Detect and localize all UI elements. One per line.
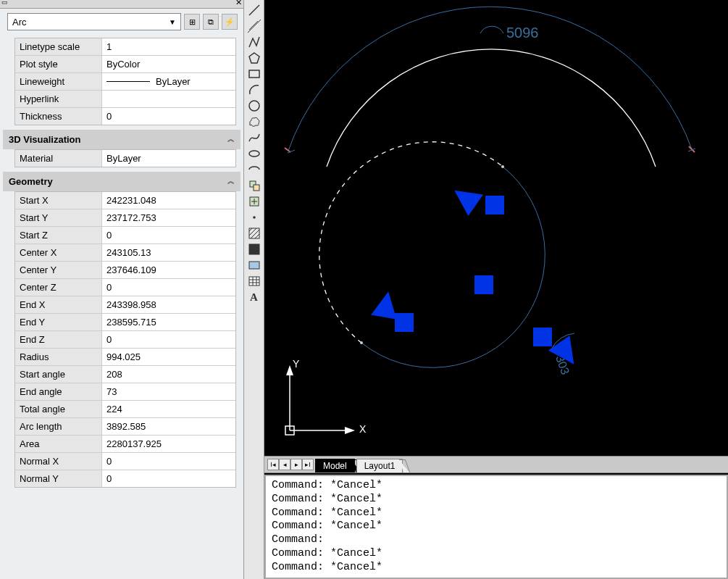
property-row: Radius994.025	[15, 349, 235, 366]
tab-nav-first-icon[interactable]: I◂	[267, 459, 279, 470]
property-value[interactable]: ByLayer	[102, 73, 235, 90]
region-tool-icon[interactable]	[246, 258, 262, 272]
property-row: Start Y237172.753	[15, 209, 235, 227]
polyline-tool-icon[interactable]	[246, 35, 262, 49]
ellipse-tool-icon[interactable]	[246, 146, 262, 161]
tab-nav-next-icon[interactable]: ▸	[290, 459, 302, 470]
property-value[interactable]: 0	[102, 279, 235, 296]
svg-rect-18	[249, 244, 259, 254]
grip-midpoint[interactable]	[395, 313, 414, 332]
property-value[interactable]: 2280137.925	[102, 436, 235, 452]
property-value[interactable]: 0	[102, 331, 235, 348]
property-value[interactable]: ByColor	[102, 56, 235, 72]
property-value[interactable]: 208	[102, 366, 235, 383]
property-value[interactable]: 0	[102, 453, 235, 470]
property-label: End X	[15, 296, 102, 313]
tab-layout1[interactable]: Layout1	[356, 459, 403, 472]
arc-tool-icon[interactable]	[246, 83, 262, 97]
property-value[interactable]: 0	[102, 108, 235, 125]
grip-center[interactable]	[474, 275, 493, 294]
property-value[interactable]: 238595.715	[102, 314, 235, 330]
rectangle-tool-icon[interactable]	[246, 67, 262, 81]
svg-rect-20	[249, 277, 259, 286]
make-block-icon[interactable]	[246, 194, 262, 209]
collapse-icon: ︽	[227, 134, 235, 144]
property-value[interactable]: 243398.958	[102, 296, 235, 313]
layout-tabbar: I◂ ◂ ▸ ▸I Model Layout1	[264, 456, 728, 473]
svg-point-5	[249, 101, 259, 111]
drawing-area-panel: 5096 303	[264, 0, 728, 579]
tab-nav-last-icon[interactable]: ▸I	[302, 459, 314, 470]
property-value[interactable]: 224	[102, 401, 235, 417]
property-value[interactable]: 0	[102, 227, 235, 243]
svg-marker-31	[345, 427, 355, 434]
close-icon[interactable]: ✕	[235, 0, 242, 7]
property-label: End Y	[15, 314, 102, 330]
line-tool-icon[interactable]	[246, 3, 262, 17]
property-label: Center X	[15, 244, 102, 261]
mtext-tool-icon[interactable]: A	[246, 290, 262, 304]
property-value[interactable]: ByLayer	[102, 150, 235, 167]
property-value[interactable]	[102, 91, 235, 107]
property-value[interactable]: 243105.13	[102, 244, 235, 261]
svg-marker-3	[249, 53, 259, 63]
property-row: Normal Y0	[15, 470, 235, 487]
property-label: Hyperlink	[15, 91, 102, 107]
grip-endpoint[interactable]	[533, 328, 552, 346]
property-row: Start angle208	[15, 366, 235, 383]
property-label: Arc length	[15, 418, 102, 435]
property-value[interactable]: 3892.585	[102, 418, 235, 435]
property-value[interactable]: 73	[102, 383, 235, 400]
properties-panel: ▭ ✕ Arc ▼ ⊞ ⧉ ⚡ Linetype scale1Plot styl…	[0, 0, 244, 579]
pickadd-toggle-icon[interactable]: ⊞	[184, 14, 200, 30]
select-objects-icon[interactable]: ⧉	[203, 14, 219, 30]
command-window[interactable]: Command: *Cancel* Command: *Cancel* Comm…	[264, 475, 728, 579]
hatch-tool-icon[interactable]	[246, 226, 262, 241]
tab-model[interactable]: Model	[315, 459, 355, 472]
property-row: Arc length3892.585	[15, 418, 235, 436]
property-label: Start angle	[15, 366, 102, 383]
svg-line-14	[249, 228, 252, 231]
point-tool-icon[interactable]	[246, 210, 262, 225]
grip-endpoint[interactable]	[485, 196, 504, 214]
property-label: End Z	[15, 331, 102, 348]
property-value[interactable]: 0	[102, 470, 235, 487]
property-value[interactable]: 242231.048	[102, 192, 235, 209]
spline-tool-icon[interactable]	[246, 130, 262, 145]
property-value[interactable]: 994.025	[102, 349, 235, 365]
xline-tool-icon[interactable]	[246, 19, 262, 33]
property-label: Lineweight	[15, 73, 102, 90]
model-viewport[interactable]: 5096 303	[264, 0, 728, 456]
tab-nav-prev-icon[interactable]: ◂	[279, 459, 290, 470]
property-row: Normal X0	[15, 453, 235, 470]
minimize-icon[interactable]: ▭	[1, 0, 8, 6]
polygon-tool-icon[interactable]	[246, 51, 262, 65]
section-3d-visualization[interactable]: 3D Visualization ︽	[3, 130, 240, 149]
table-tool-icon[interactable]	[246, 274, 262, 288]
circle-tool-icon[interactable]	[246, 99, 262, 113]
object-type-select[interactable]: Arc ▼	[7, 13, 181, 30]
draw-toolbar: A	[244, 0, 264, 579]
svg-rect-4	[249, 70, 259, 78]
svg-point-27	[360, 341, 363, 344]
property-value[interactable]: 237172.753	[102, 209, 235, 226]
insert-block-icon[interactable]	[246, 178, 262, 193]
revcloud-tool-icon[interactable]	[246, 114, 262, 129]
section-geometry[interactable]: Geometry ︽	[3, 172, 240, 191]
quick-select-icon[interactable]: ⚡	[222, 14, 238, 30]
property-row: Center Y237646.109	[15, 262, 235, 279]
property-label: Start Z	[15, 227, 102, 243]
property-row: MaterialByLayer	[15, 150, 235, 167]
dimension-text: 5096	[506, 25, 539, 41]
tab-label: Layout1	[364, 461, 396, 471]
property-label: Thickness	[15, 108, 102, 125]
property-value[interactable]: 237646.109	[102, 262, 235, 278]
property-row: Area2280137.925	[15, 436, 235, 453]
ellipse-arc-tool-icon[interactable]	[246, 162, 262, 177]
property-row: End Z0	[15, 331, 235, 349]
svg-point-6	[249, 151, 259, 157]
gradient-tool-icon[interactable]	[246, 242, 262, 257]
viz-props-table: MaterialByLayer	[14, 149, 236, 167]
property-label: Material	[15, 150, 102, 167]
property-value[interactable]: 1	[102, 38, 235, 55]
